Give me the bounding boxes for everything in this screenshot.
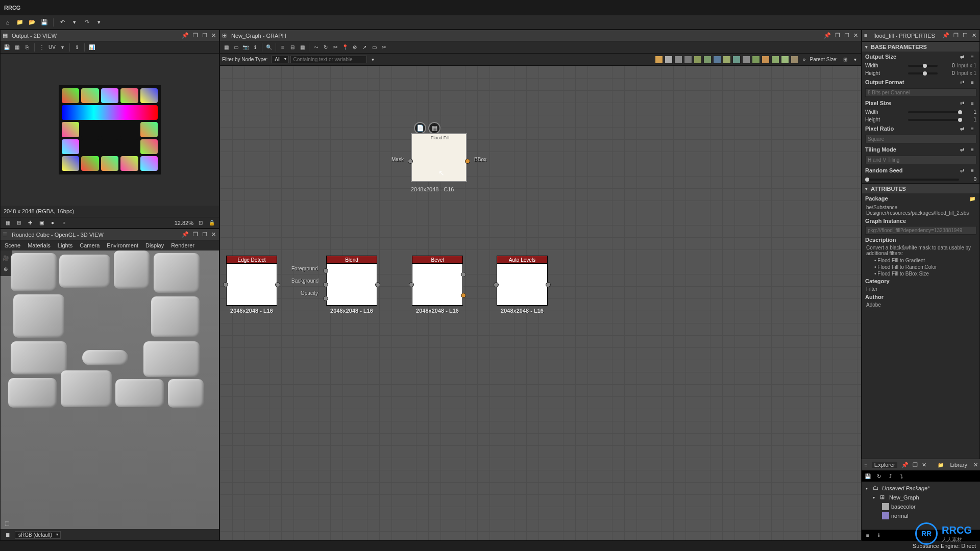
filter-type-dropdown[interactable]: All	[271, 56, 289, 63]
lock-icon[interactable]: 🔒	[208, 219, 216, 227]
atomic-swatch[interactable]	[655, 56, 663, 64]
swatch-green4[interactable]	[752, 56, 760, 64]
menu-icon[interactable]: ≡	[968, 166, 976, 174]
node-auto-levels[interactable]: Auto Levels 2048x2048 - L16	[497, 256, 548, 314]
swatch-blue[interactable]	[713, 56, 721, 64]
node-flood-fill[interactable]: 📄 ▦ Flood Fill Mask BBox 2048x2048 - C16	[411, 133, 467, 192]
center-icon[interactable]: ✚	[26, 219, 34, 227]
redo-icon[interactable]: ↷	[82, 18, 91, 27]
port-out2[interactable]	[461, 293, 466, 298]
canvas-3d[interactable]: 🎥 ⊕ ⬚	[1, 251, 219, 529]
undo-dropdown-icon[interactable]: ▾	[70, 18, 79, 27]
save-image-icon[interactable]: 💾	[3, 43, 11, 52]
restore-icon[interactable]: ❐	[913, 462, 918, 468]
close-icon[interactable]: ✕	[973, 462, 978, 468]
height-value[interactable]: 0	[940, 70, 955, 76]
crop-icon[interactable]: ✂	[380, 43, 388, 52]
folder-icon[interactable]: 📁	[15, 18, 24, 27]
close-icon[interactable]: ✕	[210, 231, 217, 238]
zoom-value[interactable]: 12.82%	[175, 220, 193, 226]
pin-icon[interactable]: 📌	[941, 32, 950, 39]
link-icon[interactable]: ⤳	[312, 43, 320, 52]
info2-icon[interactable]: ℹ	[251, 43, 259, 52]
tiling-icon[interactable]: ▣	[37, 219, 45, 227]
port-out[interactable]	[465, 159, 470, 164]
camera-icon[interactable]: 🎥	[2, 254, 10, 262]
canvas-2d[interactable]	[1, 54, 219, 206]
pin2-icon[interactable]: 📍	[341, 43, 349, 52]
menu-renderer[interactable]: Renderer	[171, 242, 194, 248]
link-icon[interactable]: ⇄	[958, 124, 966, 133]
menu-icon[interactable]: ≡	[968, 99, 976, 107]
menu-icon[interactable]: ≡	[968, 145, 976, 154]
restore-icon[interactable]: ❐	[192, 32, 199, 39]
menu-icon[interactable]: ≡	[968, 124, 976, 133]
pin-doc-icon[interactable]: 📄	[414, 122, 426, 134]
export-icon[interactable]: ⤴	[886, 472, 894, 480]
section-attributes[interactable]: ATTRIBUTES	[862, 183, 979, 193]
break-icon[interactable]: ✂	[331, 43, 339, 52]
alignc-icon[interactable]: ⊟	[288, 43, 297, 52]
node-blend[interactable]: Blend Foreground Background Opacity 2048…	[326, 256, 377, 314]
link-icon[interactable]: ⇄	[958, 166, 966, 174]
list-icon[interactable]: ≡	[864, 461, 868, 469]
tree-package[interactable]: ▾ 🗀 Unsaved Package*	[864, 484, 978, 493]
ps-height-slider[interactable]	[908, 119, 959, 121]
autolink-icon[interactable]: ↻	[322, 43, 330, 52]
swatch-wave[interactable]	[674, 56, 682, 64]
save-icon[interactable]: 💾	[864, 472, 872, 480]
menu-scene[interactable]: Scene	[5, 242, 20, 248]
histogram-icon[interactable]: 📊	[88, 43, 96, 52]
swatch-green6[interactable]	[781, 56, 789, 64]
info-icon[interactable]: ℹ	[73, 43, 81, 52]
swatch-cross[interactable]	[684, 56, 692, 64]
tiling-mode-field[interactable]: H and V Tiling	[865, 156, 976, 164]
search-icon[interactable]: 🔍	[265, 43, 273, 52]
ring-icon[interactable]: ○	[60, 219, 68, 227]
maximize-icon[interactable]: ☐	[962, 32, 969, 39]
uv-dropdown-icon[interactable]: ▾	[58, 43, 66, 52]
port-in[interactable]	[409, 282, 414, 287]
link-icon[interactable]: ⇄	[958, 78, 966, 86]
port-out[interactable]	[375, 282, 380, 287]
port-in[interactable]	[223, 282, 228, 287]
port-opacity[interactable]	[323, 296, 328, 301]
seed-slider[interactable]	[865, 179, 959, 181]
save-icon[interactable]: 💾	[40, 18, 49, 27]
pin-icon[interactable]: 📌	[823, 32, 832, 39]
redo-dropdown-icon[interactable]: ▾	[94, 18, 104, 27]
close-icon[interactable]: ✕	[852, 32, 859, 39]
uv-label[interactable]: UV	[48, 43, 56, 52]
seed-value[interactable]: 0	[961, 177, 976, 182]
pin-icon[interactable]: 📌	[181, 231, 190, 238]
port-out[interactable]	[275, 282, 280, 287]
more-swatches-icon[interactable]: »	[800, 56, 808, 64]
fit-icon[interactable]: ⊞	[15, 219, 23, 227]
menu-camera[interactable]: Camera	[80, 242, 100, 248]
unlink-icon[interactable]: ⊘	[351, 43, 359, 52]
close-icon[interactable]: ✕	[971, 32, 977, 39]
close-icon[interactable]: ✕	[210, 32, 217, 39]
width-value[interactable]: 0	[940, 63, 955, 68]
folder-open-icon[interactable]: 📁	[968, 194, 976, 203]
home-icon[interactable]: ⌂	[3, 18, 12, 27]
import-icon[interactable]: ⤵	[897, 472, 905, 480]
ps-height-value[interactable]: 1	[961, 117, 976, 122]
ps-width-slider[interactable]	[908, 111, 959, 113]
restore-icon[interactable]: ❐	[834, 32, 841, 39]
tab-explorer[interactable]: Explorer	[872, 462, 897, 468]
menu-materials[interactable]: Materials	[28, 242, 51, 248]
swatch-green3[interactable]	[723, 56, 731, 64]
swatch-green5[interactable]	[771, 56, 779, 64]
ps-width-value[interactable]: 1	[961, 109, 976, 115]
search-input[interactable]	[290, 56, 367, 63]
menu-lights[interactable]: Lights	[58, 242, 72, 248]
port-in[interactable]	[494, 282, 499, 287]
close-icon[interactable]: ✕	[922, 462, 926, 468]
port-background[interactable]	[323, 282, 328, 287]
link-icon[interactable]: ⇄	[958, 53, 966, 61]
gizmo-icon[interactable]: ⬚	[3, 519, 11, 527]
swatch-brown[interactable]	[791, 56, 799, 64]
snapshot-icon[interactable]: 📷	[241, 43, 250, 52]
restore-icon[interactable]: ❐	[192, 231, 199, 238]
